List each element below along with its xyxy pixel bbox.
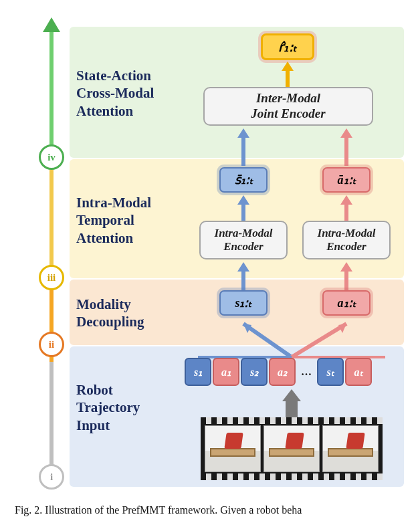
intra-modal-encoder-state: Intra-Modal Encoder [199, 221, 288, 259]
stage-label-cross-modal: State-Action Cross-Modal Attention [76, 67, 190, 120]
stage-label-intra-modal: Intra-Modal Temporal Attention [76, 194, 190, 247]
trajectory-frame [264, 425, 320, 472]
prefmmt-diagram: iv iii ii i State-Action Cross-Modal Att… [33, 11, 408, 492]
trajectory-frame [205, 425, 261, 472]
token-s₂: s₂ [241, 358, 268, 386]
abar-var: ā₁꞉ₜ [322, 167, 371, 193]
token-sequence-row: s₁a₁s₂a₂…sₜaₜ [185, 357, 399, 387]
output-reward-var: r̂₁꞉ₜ [261, 33, 314, 60]
token-aₜ: aₜ [345, 358, 372, 386]
token-a₂: a₂ [269, 358, 296, 386]
token-a₁: a₁ [213, 358, 239, 386]
stage-marker-ii: ii [39, 332, 64, 357]
stage-marker-i: i [39, 464, 64, 490]
a-sequence-var: a₁꞉ₜ [322, 290, 371, 316]
token-s₁: s₁ [185, 358, 211, 386]
stage-marker-iv: iv [39, 144, 64, 170]
trajectory-frame [322, 425, 379, 472]
stage-label-input: Robot Trajectory Input [76, 381, 190, 434]
s-sequence-var: s₁꞉ₜ [219, 290, 268, 316]
stage-marker-iii: iii [39, 265, 64, 290]
intra-modal-encoder-action: Intra-Modal Encoder [302, 221, 391, 259]
axis-gradient-line [49, 31, 54, 472]
token-ellipsis: … [297, 358, 316, 386]
axis-arrow-up-icon [43, 17, 60, 32]
token-sₜ: sₜ [317, 358, 344, 386]
stage-label-decoupling: Modality Decoupling [76, 296, 190, 331]
decoupling-split-icon [185, 316, 399, 358]
sbar-var: s̄₁꞉ₜ [219, 167, 268, 193]
robot-trajectory-filmstrip [201, 417, 383, 480]
figure-caption: Fig. 2. Illustration of the PrefMMT fram… [15, 504, 409, 516]
inter-modal-joint-encoder: Inter-Modal Joint Encoder [203, 87, 373, 126]
